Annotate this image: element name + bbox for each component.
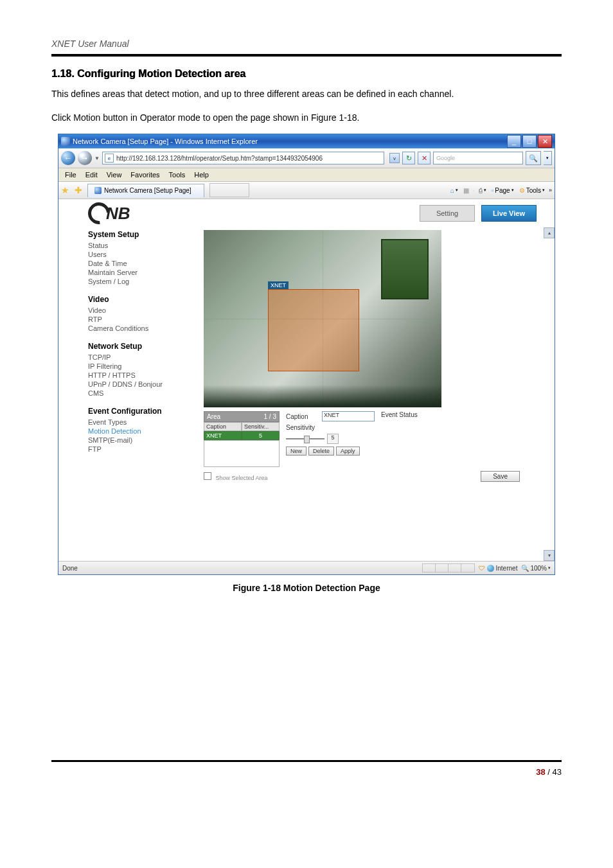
ie-icon	[61, 137, 70, 146]
menu-favorites[interactable]: Favorites	[127, 170, 163, 179]
sidebar-item-upnp[interactable]: UPnP / DDNS / Bonjour	[88, 380, 204, 389]
print-button[interactable]: ⎙▾	[477, 187, 488, 194]
address-bar[interactable]: e http://192.168.123.128/html/operator/S…	[102, 152, 384, 164]
sidebar-item-http[interactable]: HTTP / HTTPS	[88, 371, 204, 380]
cnb-logo: CNBNB	[88, 202, 130, 224]
security-zone[interactable]: 🛡 Internet	[479, 565, 518, 572]
minimize-button[interactable]: _	[507, 135, 521, 148]
url-text: http://192.168.123.128/html/operator/Set…	[116, 155, 323, 162]
close-button[interactable]: ✕	[538, 135, 552, 148]
live-view-button[interactable]: Live View	[481, 205, 537, 222]
globe-icon	[487, 565, 494, 572]
save-button[interactable]: Save	[481, 471, 520, 482]
sidebar-item-ipfilter[interactable]: IP Filtering	[88, 362, 204, 371]
sidebar-group-video: Video	[88, 295, 204, 304]
cell-caption: XNET	[204, 431, 242, 440]
sidebar-item-ftp[interactable]: FTP	[88, 445, 204, 454]
delete-button[interactable]: Delete	[308, 447, 334, 456]
scroll-up-button[interactable]: ▴	[544, 227, 555, 238]
sidebar-item-motion[interactable]: Motion Detection	[88, 427, 204, 436]
controls-row: Area 1 / 3 Caption Sensitiv... XNET 5	[204, 411, 535, 467]
tab-title: Network Camera [Setup Page]	[104, 187, 191, 194]
area-title-label: Area	[207, 413, 220, 420]
show-selected-label: Show Selected Area	[216, 475, 268, 481]
menu-help[interactable]: Help	[190, 170, 213, 179]
page-menu[interactable]: ▫Page▾	[490, 187, 515, 194]
search-dropdown-icon[interactable]: ▾	[544, 151, 552, 165]
sidebar-item-users[interactable]: Users	[88, 250, 204, 259]
checkbox-icon[interactable]	[204, 472, 211, 480]
zoom-control[interactable]: 🔍 100% ▾	[521, 565, 551, 572]
main-panel: XNET Area 1 / 3 Caption Sensi	[204, 227, 555, 561]
menu-view[interactable]: View	[103, 170, 126, 179]
sidebar-item-status[interactable]: Status	[88, 241, 204, 250]
slider-thumb[interactable]	[304, 436, 310, 443]
motion-area-label: XNET	[268, 281, 289, 289]
stop-button[interactable]: ✕	[418, 152, 431, 164]
new-button[interactable]: New	[286, 447, 306, 456]
tools-menu[interactable]: ⚙Tools▾	[518, 187, 546, 194]
zoom-value: 100%	[530, 565, 547, 572]
paragraph-2: Click Motion button in Operator mode to …	[51, 110, 562, 126]
sidebar-item-rtp[interactable]: RTP	[88, 315, 204, 324]
status-bar: Done 🛡 Internet 🔍 100% ▾	[58, 561, 555, 574]
feeds-button[interactable]: ▦	[462, 187, 470, 194]
sidebar-item-datetime[interactable]: Date & Time	[88, 259, 204, 268]
sidebar-item-cms[interactable]: CMS	[88, 389, 204, 398]
sidebar-group-system: System Setup	[88, 230, 204, 239]
divider-top	[51, 54, 562, 57]
area-edit-controls: Caption XNET Sensitivity 5	[286, 411, 375, 467]
area-table: Area 1 / 3 Caption Sensitiv... XNET 5	[204, 411, 280, 467]
home-button[interactable]: ⌂▾	[449, 187, 459, 194]
divider-bottom	[51, 760, 562, 762]
sensitivity-slider[interactable]	[286, 438, 324, 439]
page-number: 38 / 43	[51, 767, 562, 777]
browser-tab[interactable]: Network Camera [Setup Page]	[87, 184, 204, 197]
new-tab-button[interactable]	[209, 183, 249, 197]
window-title: Network Camera [Setup Page] - Windows In…	[73, 137, 258, 145]
page-content: CNBNB Setting Live View ▴ ▾ System Setup…	[58, 199, 555, 561]
figure-caption: Figure 1-18 Motion Detection Page	[51, 583, 562, 593]
scroll-down-button[interactable]: ▾	[544, 550, 555, 561]
nav-dropdown-icon[interactable]: ▼	[94, 155, 100, 161]
command-bar: ⌂▾ ▦ · ⎙▾ ▫Page▾ ⚙Tools▾ »	[449, 187, 552, 194]
menu-edit[interactable]: Edit	[82, 170, 102, 179]
sidebar-item-smtp[interactable]: SMTP(E-mail)	[88, 436, 204, 445]
maximize-button[interactable]: □	[522, 135, 537, 148]
sidebar-group-network: Network Setup	[88, 342, 204, 351]
search-button[interactable]: 🔍	[526, 151, 541, 165]
menu-file[interactable]: File	[61, 170, 80, 179]
motion-area-box[interactable]	[268, 289, 359, 371]
address-dropdown-icon[interactable]: v	[389, 153, 400, 163]
menu-tools[interactable]: Tools	[165, 170, 190, 179]
back-button[interactable]: ←	[61, 151, 75, 165]
zone-label: Internet	[496, 565, 518, 572]
search-input[interactable]: Google	[433, 152, 523, 164]
setting-button[interactable]: Setting	[420, 205, 475, 222]
caption-input[interactable]: XNET	[322, 411, 375, 421]
doc-header: XNET User Manual	[51, 39, 562, 49]
sidebar-item-systemlog[interactable]: System / Log	[88, 277, 204, 286]
app-header: CNBNB Setting Live View	[58, 199, 555, 227]
sidebar-item-video[interactable]: Video	[88, 306, 204, 315]
add-favorites-icon[interactable]: ✚	[75, 185, 82, 195]
favorites-star-icon[interactable]: ★	[61, 185, 69, 195]
sidebar-item-maintain[interactable]: Maintain Server	[88, 268, 204, 277]
apply-button[interactable]: Apply	[336, 447, 360, 456]
col-caption[interactable]: Caption	[204, 422, 242, 431]
col-sensitivity[interactable]: Sensitiv...	[242, 422, 280, 431]
sidebar-item-tcpip[interactable]: TCP/IP	[88, 353, 204, 362]
tab-bar: ★ ✚ Network Camera [Setup Page] ⌂▾ ▦ · ⎙…	[58, 182, 555, 199]
event-status-label: Event Status	[381, 411, 418, 418]
sidebar-item-camera[interactable]: Camera Conditions	[88, 324, 204, 333]
forward-button[interactable]: →	[78, 151, 92, 165]
video-preview[interactable]: XNET	[204, 230, 441, 407]
paragraph-1: This defines areas that detect motion, a…	[51, 86, 562, 102]
area-list-blank	[204, 440, 280, 467]
refresh-button[interactable]: ↻	[402, 152, 415, 164]
page-icon: e	[105, 154, 114, 163]
area-row-selected[interactable]: XNET 5	[204, 431, 280, 440]
sidebar-item-eventtypes[interactable]: Event Types	[88, 418, 204, 427]
show-selected-checkbox[interactable]: Show Selected Area	[204, 472, 268, 481]
caption-label: Caption	[286, 413, 319, 420]
